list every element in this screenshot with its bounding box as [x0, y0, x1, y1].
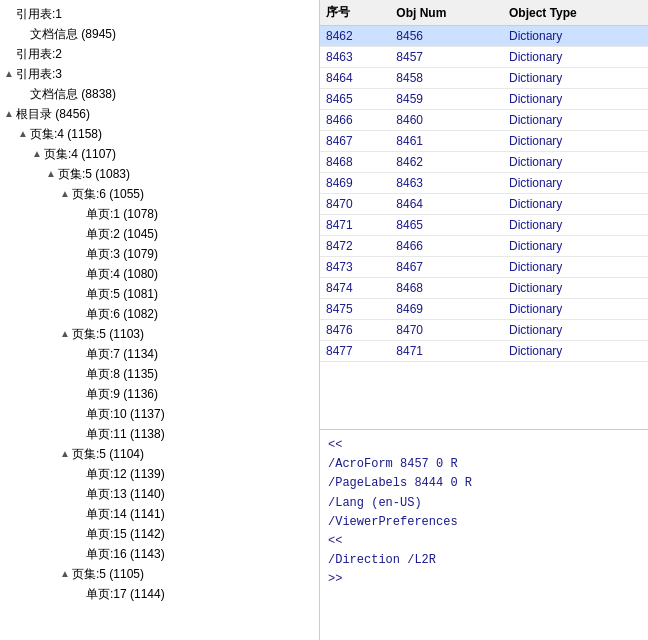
tree-item-page12[interactable]: 单页:12 (1139)	[0, 464, 319, 484]
cell-seq: 8474	[320, 278, 390, 299]
tree-item-page6[interactable]: 单页:6 (1082)	[0, 304, 319, 324]
table-row[interactable]: 84658459Dictionary	[320, 89, 648, 110]
table-row[interactable]: 84698463Dictionary	[320, 173, 648, 194]
tree-item-pageset5c[interactable]: ▲页集:5 (1104)	[0, 444, 319, 464]
tree-toggle: ▲	[4, 65, 14, 83]
cell-seq: 8466	[320, 110, 390, 131]
tree-item-pageinfo[interactable]: 文档信息 (8838)	[0, 84, 319, 104]
cell-seq: 8468	[320, 152, 390, 173]
table-row[interactable]: 84638457Dictionary	[320, 47, 648, 68]
tree-item-pageset5d[interactable]: ▲页集:5 (1105)	[0, 564, 319, 584]
tree-item-page4[interactable]: 单页:4 (1080)	[0, 264, 319, 284]
col-objnum: Obj Num	[390, 0, 503, 26]
cell-seq: 8473	[320, 257, 390, 278]
cell-objtype: Dictionary	[503, 257, 648, 278]
tree-label: 单页:2 (1045)	[86, 225, 158, 243]
text-line: <<	[328, 436, 640, 455]
tree-label: 单页:5 (1081)	[86, 285, 158, 303]
table-row[interactable]: 84728466Dictionary	[320, 236, 648, 257]
tree-item-pageset4b[interactable]: ▲页集:4 (1107)	[0, 144, 319, 164]
tree-label: 页集:5 (1103)	[72, 325, 144, 343]
cell-objtype: Dictionary	[503, 278, 648, 299]
table-row[interactable]: 84738467Dictionary	[320, 257, 648, 278]
cell-objnum: 8459	[390, 89, 503, 110]
tree-toggle: ▲	[46, 165, 56, 183]
tree-item-page17[interactable]: 单页:17 (1144)	[0, 584, 319, 604]
table-row[interactable]: 84708464Dictionary	[320, 194, 648, 215]
cell-objnum: 8470	[390, 320, 503, 341]
cell-objnum: 8456	[390, 26, 503, 47]
cell-objnum: 8471	[390, 341, 503, 362]
cell-objnum: 8467	[390, 257, 503, 278]
tree-item-page8[interactable]: 单页:8 (1135)	[0, 364, 319, 384]
cell-objtype: Dictionary	[503, 194, 648, 215]
tree-item-page10[interactable]: 单页:10 (1137)	[0, 404, 319, 424]
tree-item-pageset5b[interactable]: ▲页集:5 (1103)	[0, 324, 319, 344]
tree-label: 单页:11 (1138)	[86, 425, 165, 443]
table-row[interactable]: 84718465Dictionary	[320, 215, 648, 236]
tree-label: 单页:12 (1139)	[86, 465, 165, 483]
cell-objtype: Dictionary	[503, 47, 648, 68]
tree-item-pageset5[interactable]: ▲页集:5 (1083)	[0, 164, 319, 184]
tree-label: 页集:4 (1107)	[44, 145, 116, 163]
tree-item-page16[interactable]: 单页:16 (1143)	[0, 544, 319, 564]
tree-item-pageset6[interactable]: ▲页集:6 (1055)	[0, 184, 319, 204]
tree-item-rootdir[interactable]: ▲根目录 (8456)	[0, 104, 319, 124]
tree-label: 页集:5 (1083)	[58, 165, 130, 183]
tree-item-page7[interactable]: 单页:7 (1134)	[0, 344, 319, 364]
table-row[interactable]: 84628456Dictionary	[320, 26, 648, 47]
object-table: 序号 Obj Num Object Type 84628456Dictionar…	[320, 0, 648, 362]
tree-item-page9[interactable]: 单页:9 (1136)	[0, 384, 319, 404]
cell-objnum: 8458	[390, 68, 503, 89]
table-row[interactable]: 84688462Dictionary	[320, 152, 648, 173]
cell-objnum: 8462	[390, 152, 503, 173]
tree-label: 引用表:3	[16, 65, 62, 83]
tree-item-pageset4[interactable]: ▲页集:4 (1158)	[0, 124, 319, 144]
tree-item-page11[interactable]: 单页:11 (1138)	[0, 424, 319, 444]
text-area: <</AcroForm 8457 0 R/PageLabels 8444 0 R…	[320, 430, 648, 640]
cell-seq: 8476	[320, 320, 390, 341]
cell-objnum: 8460	[390, 110, 503, 131]
tree-label: 单页:4 (1080)	[86, 265, 158, 283]
cell-objnum: 8469	[390, 299, 503, 320]
tree-item-ref1[interactable]: 引用表:1	[0, 4, 319, 24]
tree-label: 单页:8 (1135)	[86, 365, 158, 383]
tree-item-docinfo[interactable]: 文档信息 (8945)	[0, 24, 319, 44]
cell-objtype: Dictionary	[503, 110, 648, 131]
tree-item-page2[interactable]: 单页:2 (1045)	[0, 224, 319, 244]
cell-objnum: 8457	[390, 47, 503, 68]
tree-toggle: ▲	[60, 325, 70, 343]
table-row[interactable]: 84778471Dictionary	[320, 341, 648, 362]
tree-item-ref2[interactable]: 引用表:2	[0, 44, 319, 64]
tree-label: 单页:10 (1137)	[86, 405, 165, 423]
table-row[interactable]: 84668460Dictionary	[320, 110, 648, 131]
tree-label: 单页:17 (1144)	[86, 585, 165, 603]
cell-objtype: Dictionary	[503, 173, 648, 194]
table-row[interactable]: 84678461Dictionary	[320, 131, 648, 152]
cell-objtype: Dictionary	[503, 152, 648, 173]
cell-objtype: Dictionary	[503, 299, 648, 320]
tree-item-page5[interactable]: 单页:5 (1081)	[0, 284, 319, 304]
table-row[interactable]: 84768470Dictionary	[320, 320, 648, 341]
tree-label: 单页:15 (1142)	[86, 525, 165, 543]
tree-container[interactable]: 引用表:1文档信息 (8945)引用表:2▲引用表:3文档信息 (8838)▲根…	[0, 0, 319, 640]
cell-objtype: Dictionary	[503, 89, 648, 110]
cell-objtype: Dictionary	[503, 215, 648, 236]
cell-objnum: 8461	[390, 131, 503, 152]
tree-label: 页集:6 (1055)	[72, 185, 144, 203]
cell-seq: 8477	[320, 341, 390, 362]
cell-seq: 8464	[320, 68, 390, 89]
cell-objtype: Dictionary	[503, 131, 648, 152]
tree-item-page14[interactable]: 单页:14 (1141)	[0, 504, 319, 524]
tree-item-ref3[interactable]: ▲引用表:3	[0, 64, 319, 84]
table-row[interactable]: 84648458Dictionary	[320, 68, 648, 89]
table-area[interactable]: 序号 Obj Num Object Type 84628456Dictionar…	[320, 0, 648, 430]
tree-item-page15[interactable]: 单页:15 (1142)	[0, 524, 319, 544]
table-row[interactable]: 84748468Dictionary	[320, 278, 648, 299]
cell-seq: 8465	[320, 89, 390, 110]
col-seq: 序号	[320, 0, 390, 26]
tree-item-page13[interactable]: 单页:13 (1140)	[0, 484, 319, 504]
tree-item-page1[interactable]: 单页:1 (1078)	[0, 204, 319, 224]
tree-item-page3[interactable]: 单页:3 (1079)	[0, 244, 319, 264]
table-row[interactable]: 84758469Dictionary	[320, 299, 648, 320]
